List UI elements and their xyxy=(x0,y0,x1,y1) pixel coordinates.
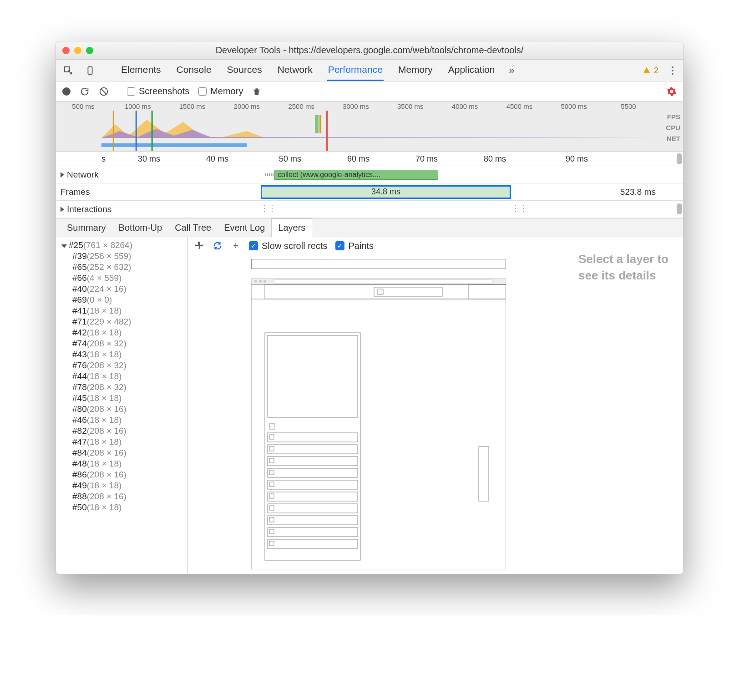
layer-tree[interactable]: #25(761 × 8264)#39(256 × 559)#65(252 × 6… xyxy=(56,237,188,574)
layer-id: #49 xyxy=(72,481,87,490)
pan-icon[interactable] xyxy=(194,241,204,251)
tab-network[interactable]: Network xyxy=(277,60,314,81)
tab-memory[interactable]: Memory xyxy=(397,60,434,81)
expand-icon[interactable] xyxy=(61,172,64,178)
maximize-icon[interactable] xyxy=(86,47,93,54)
tab-sources[interactable]: Sources xyxy=(226,60,263,81)
layer-size: (224 × 16) xyxy=(87,284,127,294)
layer-tree-item[interactable]: #48(18 × 18) xyxy=(59,458,187,469)
tab-performance[interactable]: Performance xyxy=(327,60,384,81)
layer-tree-item[interactable]: #44(18 × 18) xyxy=(59,371,187,382)
layer-tree-item[interactable]: #50(18 × 18) xyxy=(59,502,187,513)
layer-size: (208 × 32) xyxy=(87,339,127,348)
layer-tree-item[interactable]: #43(18 × 18) xyxy=(59,349,187,360)
memory-checkbox[interactable]: Memory xyxy=(198,86,243,96)
layer-tree-item[interactable]: #76(208 × 32) xyxy=(59,360,187,371)
inspect-icon[interactable] xyxy=(62,65,74,76)
layer-size: (18 × 18) xyxy=(87,350,122,359)
layer-size: (18 × 18) xyxy=(87,502,122,512)
drag-handle-icon[interactable]: ⋮⋮ xyxy=(511,203,515,214)
network-track[interactable]: Network collect (www.google-analytics...… xyxy=(56,166,683,183)
tab-elements[interactable]: Elements xyxy=(120,60,162,81)
layer-tree-item[interactable]: #69(0 × 0) xyxy=(59,294,187,305)
layer-id: #78 xyxy=(72,382,87,392)
layer-tree-item[interactable]: #45(18 × 18) xyxy=(59,393,187,404)
layer-tree-item[interactable]: #80(208 × 16) xyxy=(59,404,187,415)
settings-gear-icon[interactable] xyxy=(667,86,677,96)
layer-tree-item[interactable]: #86(208 × 16) xyxy=(59,469,187,480)
layer-tree-item[interactable]: #39(256 × 559) xyxy=(59,251,187,262)
fps-label: FPS xyxy=(666,112,680,122)
frames-track[interactable]: Frames 34.8 ms 523.8 ms xyxy=(56,183,683,201)
paints-checkbox[interactable]: ✓ Paints xyxy=(335,241,374,251)
clear-icon[interactable] xyxy=(99,86,109,96)
layer-size: (256 × 559) xyxy=(87,251,132,261)
close-icon[interactable] xyxy=(62,47,70,54)
collapse-icon[interactable] xyxy=(61,244,67,248)
record-button[interactable] xyxy=(62,87,71,96)
detail-tabs: SummaryBottom-UpCall TreeEvent LogLayers xyxy=(56,218,683,237)
layer-tree-item[interactable]: #46(18 × 18) xyxy=(59,415,187,426)
layer-tree-item[interactable]: #47(18 × 18) xyxy=(59,436,187,447)
layer-id: #48 xyxy=(72,459,87,468)
layer-tree-item[interactable]: #40(224 × 16) xyxy=(59,284,187,294)
layer-tree-item[interactable]: #65(252 × 632) xyxy=(59,262,187,273)
layer-tree-item[interactable]: #49(18 × 18) xyxy=(59,480,187,491)
subtab-event-log[interactable]: Event Log xyxy=(218,218,271,237)
checkbox-checked-icon: ✓ xyxy=(335,241,344,250)
kebab-menu-icon[interactable] xyxy=(668,66,677,75)
frame-time-label: 34.8 ms xyxy=(371,187,400,197)
frame-bar[interactable]: 34.8 ms xyxy=(261,185,511,199)
layer-size: (18 × 18) xyxy=(87,306,122,315)
screenshots-checkbox[interactable]: Screenshots xyxy=(127,86,189,96)
svg-rect-6 xyxy=(152,111,153,152)
layer-tree-item[interactable]: #42(18 × 18) xyxy=(59,327,187,338)
slow-scroll-checkbox[interactable]: ✓ Slow scroll rects xyxy=(249,241,327,251)
frame-time-2: 523.8 ms xyxy=(620,187,656,197)
warnings-badge[interactable]: 2 xyxy=(643,66,658,76)
layers-panel: #25(761 × 8264)#39(256 × 559)#65(252 × 6… xyxy=(56,237,683,574)
device-toggle-icon[interactable] xyxy=(84,65,96,76)
layer-wireframe-preview[interactable] xyxy=(251,278,506,569)
reload-icon[interactable] xyxy=(80,86,90,96)
network-request-bar[interactable]: collect (www.google-analytics.... xyxy=(274,170,438,180)
tab-application[interactable]: Application xyxy=(447,60,496,81)
layer-tree-item[interactable]: #88(208 × 16) xyxy=(59,491,187,502)
ruler-tick: 90 ms xyxy=(566,154,588,164)
layer-tree-item[interactable]: #41(18 × 18) xyxy=(59,305,187,316)
subtab-layers[interactable]: Layers xyxy=(271,218,312,237)
layer-canvas[interactable] xyxy=(188,254,569,574)
layer-wireframe[interactable] xyxy=(251,259,506,269)
tab-console[interactable]: Console xyxy=(176,60,213,81)
screenshots-label: Screenshots xyxy=(139,86,189,96)
tabs: ElementsConsoleSourcesNetworkPerformance… xyxy=(120,60,496,81)
time-ruler[interactable]: s30 ms40 ms50 ms60 ms70 ms80 ms90 ms xyxy=(56,152,683,166)
overview-tick: 2000 ms xyxy=(219,102,274,110)
expand-icon[interactable] xyxy=(61,207,64,212)
interactions-track[interactable]: Interactions ⋮⋮ ⋮⋮ xyxy=(56,201,683,218)
overview-labels: FPS CPU NET xyxy=(666,112,680,144)
trash-icon[interactable] xyxy=(252,87,261,96)
svg-rect-15 xyxy=(274,279,492,283)
layer-tree-item[interactable]: #66(4 × 559) xyxy=(59,273,187,284)
svg-rect-3 xyxy=(101,143,247,147)
layer-tree-item[interactable]: #78(208 × 32) xyxy=(59,382,187,393)
svg-point-14 xyxy=(263,280,266,283)
subtab-summary[interactable]: Summary xyxy=(61,218,112,237)
more-tabs-icon[interactable]: » xyxy=(506,65,517,76)
overview-timeline[interactable]: 500 ms1000 ms1500 ms2000 ms2500 ms3000 m… xyxy=(56,101,683,152)
svg-rect-7 xyxy=(315,115,319,133)
scrollbar-thumb[interactable] xyxy=(677,203,682,214)
minimize-icon[interactable] xyxy=(74,47,81,54)
layer-tree-item[interactable]: #74(208 × 32) xyxy=(59,338,187,349)
reset-icon[interactable] xyxy=(231,241,241,251)
subtab-bottom-up[interactable]: Bottom-Up xyxy=(112,218,169,237)
layer-tree-item[interactable]: #71(229 × 482) xyxy=(59,316,187,327)
layer-tree-item[interactable]: #84(208 × 16) xyxy=(59,447,187,458)
layer-tree-item[interactable]: #25(761 × 8264) xyxy=(59,240,187,251)
subtab-call-tree[interactable]: Call Tree xyxy=(168,218,218,237)
rotate-icon[interactable] xyxy=(213,241,223,251)
layer-tree-item[interactable]: #82(208 × 16) xyxy=(59,426,187,436)
scrollbar-thumb[interactable] xyxy=(677,153,682,164)
drag-handle-icon[interactable]: ⋮⋮ xyxy=(260,203,263,214)
